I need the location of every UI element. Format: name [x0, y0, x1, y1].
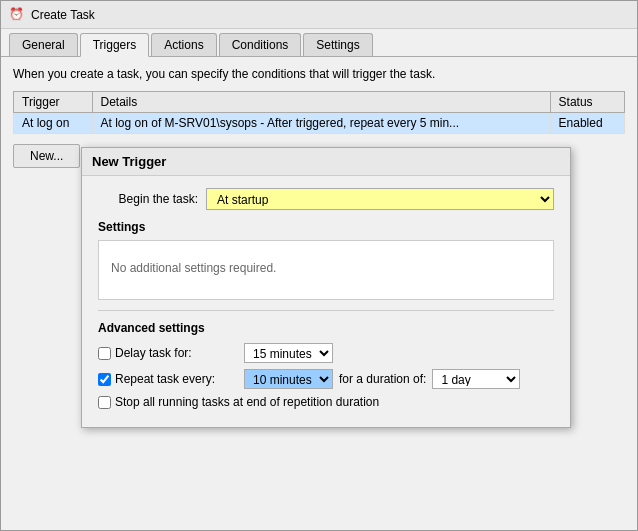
- create-task-window: ⏰ Create Task General Triggers Actions C…: [0, 0, 638, 531]
- delay-row: Delay task for: 15 minutes 30 minutes 1 …: [98, 343, 554, 363]
- delay-select[interactable]: 15 minutes 30 minutes 1 hour: [244, 343, 333, 363]
- delay-checkbox-label[interactable]: Delay task for:: [98, 346, 238, 360]
- tab-settings[interactable]: Settings: [303, 33, 372, 56]
- tab-actions[interactable]: Actions: [151, 33, 216, 56]
- advanced-label: Advanced settings: [98, 321, 554, 335]
- dialog-title: New Trigger: [82, 148, 570, 176]
- tab-general[interactable]: General: [9, 33, 78, 56]
- tab-triggers[interactable]: Triggers: [80, 33, 150, 57]
- settings-section-label: Settings: [98, 220, 554, 234]
- tabs-bar: General Triggers Actions Conditions Sett…: [1, 29, 637, 57]
- trigger-cell: At log on: [14, 113, 93, 134]
- new-trigger-dialog: New Trigger Begin the task: At startup O…: [81, 147, 571, 428]
- tab-conditions[interactable]: Conditions: [219, 33, 302, 56]
- stop-checkbox-label[interactable]: Stop all running tasks at end of repetit…: [98, 395, 379, 409]
- stop-row: Stop all running tasks at end of repetit…: [98, 395, 554, 409]
- new-button[interactable]: New...: [13, 144, 80, 168]
- begin-task-row: Begin the task: At startup On a schedule…: [98, 188, 554, 210]
- trigger-table: Trigger Details Status At log on At log …: [13, 91, 625, 134]
- info-text: When you create a task, you can specify …: [13, 67, 625, 81]
- col-status: Status: [550, 92, 624, 113]
- advanced-section: Advanced settings Delay task for: 15 min…: [98, 310, 554, 409]
- delay-checkbox[interactable]: [98, 347, 111, 360]
- stop-checkbox[interactable]: [98, 396, 111, 409]
- col-details: Details: [92, 92, 550, 113]
- content-area: When you create a task, you can specify …: [1, 57, 637, 530]
- settings-text: No additional settings required.: [111, 261, 276, 275]
- window-icon: ⏰: [9, 7, 25, 23]
- dialog-body: Begin the task: At startup On a schedule…: [82, 176, 570, 427]
- col-trigger: Trigger: [14, 92, 93, 113]
- repeat-select[interactable]: 10 minutes 15 minutes 30 minutes 1 hour: [244, 369, 333, 389]
- begin-label: Begin the task:: [98, 192, 198, 206]
- begin-task-select[interactable]: At startup On a schedule At log on On an…: [206, 188, 554, 210]
- status-cell: Enabled: [550, 113, 624, 134]
- duration-select[interactable]: 1 day 1 hour 1 week Indefinitely: [432, 369, 520, 389]
- repeat-checkbox[interactable]: [98, 373, 111, 386]
- window-title: Create Task: [31, 8, 95, 22]
- duration-label: for a duration of:: [339, 372, 426, 386]
- repeat-row: Repeat task every: 10 minutes 15 minutes…: [98, 369, 554, 389]
- repeat-checkbox-label[interactable]: Repeat task every:: [98, 372, 238, 386]
- details-cell: At log on of M-SRV01\sysops - After trig…: [92, 113, 550, 134]
- settings-box: No additional settings required.: [98, 240, 554, 300]
- table-row[interactable]: At log on At log on of M-SRV01\sysops - …: [14, 113, 625, 134]
- title-bar: ⏰ Create Task: [1, 1, 637, 29]
